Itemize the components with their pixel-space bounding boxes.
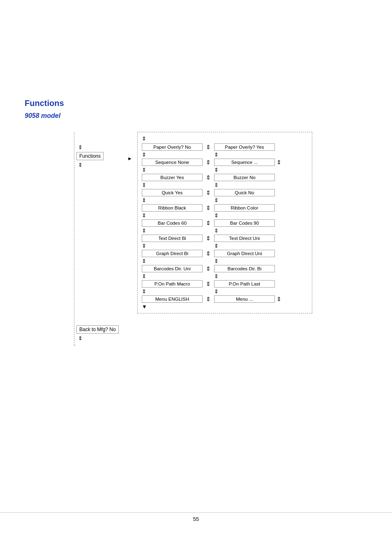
updown-icon-0: ⇕ <box>203 144 214 150</box>
right-expand-arrow-1: ⇕ <box>277 159 281 166</box>
menu-row-8: Barcodes Dir. Uni⇕Barcodes Dir. Bi <box>142 265 308 272</box>
menu-item-left-1: Sequence None <box>142 159 203 166</box>
menu-row-5: Bar Codes 60⇕Bar Codes 90 <box>142 219 308 227</box>
menu-row-7: Graph Direct Bi⇕Graph Direct Uni <box>142 250 308 257</box>
nav-icon-row-8: ⇕⇕ <box>142 258 308 264</box>
section-title: Functions <box>25 99 367 108</box>
nav-icon-row-9: ⇕⇕ <box>142 273 308 279</box>
menu-item-left-10: Menu ENGLISH <box>142 295 203 303</box>
menu-row-4: Ribbon Black⇕Ribbon Color <box>142 204 308 212</box>
menu-row-10: Menu ENGLISH⇕Menu ...⇕ <box>142 295 308 303</box>
menu-item-left-5: Bar Codes 60 <box>142 219 203 227</box>
updown-icon-6: ⇕ <box>203 235 214 242</box>
nav-icon-row-2: ⇕⇕ <box>142 167 308 173</box>
menu-item-right-8: Barcodes Dir. Bi <box>214 265 275 272</box>
menu-item-left-8: Barcodes Dir. Uni <box>142 265 203 272</box>
updown-icon-10: ⇕ <box>203 296 214 302</box>
functions-menu-item: Functions <box>76 152 104 160</box>
updown-icon-2: ⇕ <box>203 174 214 181</box>
menu-item-right-4: Ribbon Color <box>214 204 275 212</box>
updown-icon-5: ⇕ <box>203 220 214 226</box>
diagram: ⇕ Functions ⇕ Back to Mfg? No ⇕ ► <box>74 132 312 345</box>
menu-item-right-9: P.On Path Last <box>214 280 275 288</box>
page-number: 55 <box>193 516 199 522</box>
menu-item-right-6: Text Direct Uni <box>214 235 275 242</box>
updown-icon-8: ⇕ <box>203 265 214 272</box>
updown-icon-4: ⇕ <box>203 205 214 211</box>
right-expand-arrow-10: ⇕ <box>277 296 281 302</box>
menu-item-right-3: Quick No <box>214 189 275 196</box>
section-subtitle: 9058 model <box>25 112 367 120</box>
menu-item-right-0: Paper Overly? Yes <box>214 143 275 151</box>
menu-row-9: P.On Path Macro⇕P.On Path Last <box>142 280 308 288</box>
menu-row-2: Buzzer Yes⇕Buzzer No <box>142 174 308 181</box>
menu-item-left-3: Quick Yes <box>142 189 203 196</box>
menu-item-left-6: Text Direct Bi <box>142 235 203 242</box>
menu-row-1: Sequence None⇕Sequence ...⇕ <box>142 159 308 166</box>
menu-row-3: Quick Yes⇕Quick No <box>142 189 308 196</box>
nav-icon-row-10: ⇕⇕ <box>142 288 308 295</box>
bottom-nav-icon: ▼ <box>142 304 308 310</box>
updown-icon-3: ⇕ <box>203 189 214 196</box>
nav-icon-row-5: ⇕⇕ <box>142 212 308 219</box>
menu-item-left-9: P.On Path Macro <box>142 280 203 288</box>
updown-icon-7: ⇕ <box>203 250 214 257</box>
top-nav-icon: ⇕ <box>142 136 308 142</box>
menu-item-right-5: Bar Codes 90 <box>214 219 275 227</box>
menu-row-6: Text Direct Bi⇕Text Direct Uni <box>142 235 308 242</box>
menu-item-left-7: Graph Direct Bi <box>142 250 203 257</box>
nav-icon-row-4: ⇕⇕ <box>142 197 308 203</box>
menu-item-right-2: Buzzer No <box>214 174 275 181</box>
menu-item-right-10: Menu ... <box>214 295 275 303</box>
menu-rows: Paper Overly? No⇕Paper Overly? Yes⇕⇕Sequ… <box>142 143 308 303</box>
updown-icon-9: ⇕ <box>203 281 214 287</box>
nav-icon-row-3: ⇕⇕ <box>142 182 308 188</box>
nav-icon-below-functions: ⇕ <box>78 162 127 168</box>
back-to-mfg-item: Back to Mfg? No <box>76 325 119 334</box>
menu-row-0: Paper Overly? No⇕Paper Overly? Yes <box>142 143 308 151</box>
nav-icon-top: ⇕ <box>78 144 127 150</box>
menu-item-left-2: Buzzer Yes <box>142 174 203 181</box>
nav-icon-row-6: ⇕⇕ <box>142 228 308 234</box>
nav-icon-row-7: ⇕⇕ <box>142 243 308 249</box>
menu-item-left-0: Paper Overly? No <box>142 143 203 151</box>
menu-item-right-1: Sequence ... <box>214 159 275 166</box>
menu-item-right-7: Graph Direct Uni <box>214 250 275 257</box>
menu-item-left-4: Ribbon Black <box>142 204 203 212</box>
updown-icon-1: ⇕ <box>203 159 214 166</box>
nav-icon-row-1: ⇕⇕ <box>142 152 308 158</box>
page-footer: 55 <box>0 512 392 522</box>
right-arrow: ► <box>127 156 132 161</box>
nav-icon-below-back: ⇕ <box>78 335 127 341</box>
